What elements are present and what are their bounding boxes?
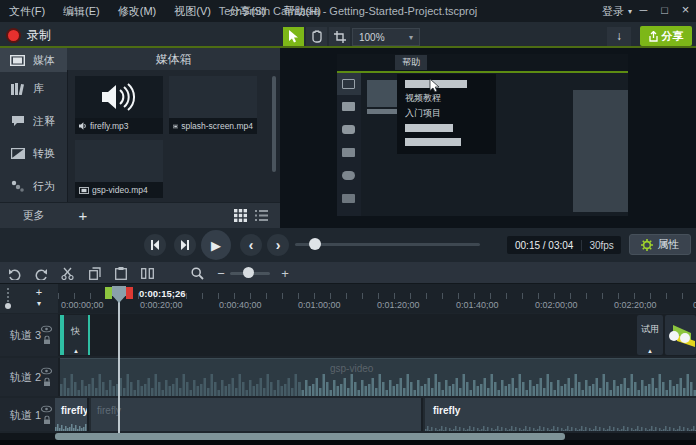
add-track-button[interactable]: + — [30, 286, 48, 298]
track3-clip-selected[interactable]: 快 ▲ — [60, 315, 90, 355]
media-item-firefly[interactable]: firefly.mp3 — [75, 76, 163, 134]
video-help-dropdown: 视频教程 入门项目 — [397, 74, 496, 154]
export-icon — [649, 31, 658, 42]
sidebar-item-media[interactable]: 媒体 — [0, 48, 67, 72]
track2-header[interactable]: 轨道 2 — [0, 358, 58, 396]
canvas-zoom-select[interactable]: 100% ▾ — [352, 28, 420, 46]
window-controls: ─ □ × — [633, 0, 696, 22]
timeline-zoom-handle[interactable] — [243, 267, 254, 278]
speaker-icon — [102, 83, 136, 111]
split-button[interactable] — [136, 265, 158, 282]
crop-tool-button[interactable] — [329, 27, 350, 46]
track3-clip-callouts[interactable] — [665, 315, 696, 355]
cut-button[interactable] — [56, 265, 78, 282]
zoom-out-button[interactable]: − — [210, 265, 232, 282]
scrubber-handle[interactable] — [309, 238, 321, 250]
more-button[interactable]: 更多 — [0, 208, 67, 223]
minimize-button[interactable]: ─ — [633, 0, 654, 22]
track-height-slider[interactable] — [7, 288, 9, 302]
step-back-icon — [150, 240, 160, 250]
close-button[interactable]: × — [675, 0, 696, 22]
ruler-label: 0:02:00;00 — [535, 300, 578, 310]
track1-clip-firefly-a[interactable]: firefly — [55, 398, 87, 431]
video-menu-item: 入门项目 — [405, 107, 441, 120]
cursor-icon — [288, 30, 299, 43]
maximize-button[interactable]: □ — [654, 0, 675, 22]
audio-waveform — [60, 366, 696, 396]
media-bin-scrollbar[interactable] — [272, 76, 276, 172]
copy-icon — [89, 267, 101, 280]
window-bottom-edge — [0, 440, 696, 445]
lock-icon[interactable] — [43, 378, 51, 387]
track1-header[interactable]: 轨道 1 — [0, 398, 58, 431]
play-button[interactable]: ▶ — [201, 230, 231, 260]
media-item-splash-screen[interactable]: splash-screen.mp4 — [169, 76, 257, 134]
track2-clip-gsp-video[interactable]: gsp-video — [60, 358, 696, 396]
share-button[interactable]: 分享 — [640, 26, 692, 46]
sidebar-item-transitions[interactable]: 转换 — [0, 137, 67, 170]
library-icon — [9, 83, 26, 95]
visibility-eye-icon[interactable] — [41, 326, 52, 333]
track1-clip-firefly-b[interactable]: firefly — [89, 398, 421, 431]
list-view-icon[interactable] — [255, 209, 268, 222]
step-back-button[interactable] — [144, 234, 166, 256]
track3-clip-trial[interactable]: 试用 ▲ — [637, 315, 663, 355]
step-forward-icon — [180, 240, 190, 250]
track-options-button[interactable]: ▾ — [30, 299, 48, 311]
grid-view-icon[interactable] — [234, 209, 247, 222]
playhead-line[interactable] — [118, 300, 120, 433]
track-height-handle[interactable] — [5, 303, 11, 309]
menu-edit[interactable]: 编辑(E) — [54, 0, 109, 22]
window-title: TechSmith Camtasia - Getting-Started-Pro… — [160, 0, 536, 22]
track3-lane[interactable]: 快 ▲ 试用 ▲ — [58, 314, 696, 356]
prev-icon: ‹ — [249, 237, 254, 253]
track1-clip-firefly-c[interactable]: firefly — [423, 398, 696, 431]
panel-bottom-bar: 更多 + — [0, 202, 280, 228]
caret-down-icon: ▾ — [409, 33, 413, 42]
timeline-hscroll-thumb[interactable] — [55, 433, 565, 440]
preview-scrubber[interactable] — [295, 243, 480, 246]
add-media-button[interactable]: + — [73, 206, 93, 226]
track2-lane[interactable]: gsp-video — [58, 358, 696, 396]
track3-header[interactable]: 轨道 3 — [0, 314, 58, 356]
preview-video-frame[interactable]: 帮助 视频教程 入门项目 — [337, 54, 628, 216]
mini-library-icon — [342, 102, 355, 111]
zoom-in-button[interactable]: + — [274, 265, 296, 282]
preview-canvas: 帮助 视频教程 入门项目 — [280, 48, 696, 228]
redo-button[interactable] — [30, 265, 52, 282]
signin-button[interactable]: 登录 ▾ — [602, 0, 632, 22]
track1-lane[interactable]: firefly firefly firefly — [58, 398, 696, 431]
video-right-panel — [573, 90, 628, 212]
menu-modify[interactable]: 修改(M) — [109, 0, 166, 22]
step-forward-button[interactable] — [174, 234, 196, 256]
selection-in-handle[interactable] — [105, 287, 112, 299]
ruler-label: 0:00:40;00 — [219, 300, 262, 310]
paste-button[interactable] — [110, 265, 132, 282]
properties-button[interactable]: 属性 — [629, 234, 691, 255]
cursor-tool-button[interactable] — [283, 27, 304, 46]
copy-button[interactable] — [84, 265, 106, 282]
mini-behaviors-icon — [342, 171, 355, 180]
pan-tool-button[interactable] — [306, 27, 327, 46]
download-button[interactable]: ↓ — [607, 27, 631, 46]
lock-icon[interactable] — [43, 415, 51, 424]
lock-icon[interactable] — [43, 336, 51, 345]
video-file-icon — [173, 123, 178, 130]
visibility-eye-icon[interactable] — [41, 405, 52, 412]
callout-preview-icon — [665, 315, 696, 355]
record-button[interactable]: 录制 — [6, 25, 51, 45]
sidebar-item-library[interactable]: 库 — [0, 72, 67, 105]
fps-badge: 30fps — [581, 240, 620, 251]
previous-button[interactable]: ‹ — [240, 234, 262, 256]
undo-button[interactable] — [4, 265, 26, 282]
timeline-zoom-search[interactable] — [186, 265, 208, 282]
visibility-eye-icon[interactable] — [41, 368, 52, 375]
selection-out-handle[interactable] — [126, 287, 133, 299]
menu-file[interactable]: 文件(F) — [0, 0, 54, 22]
video-file-icon — [79, 187, 89, 194]
sidebar-item-behaviors[interactable]: 行为 — [0, 170, 67, 202]
sidebar-item-annotations[interactable]: 注释 — [0, 105, 67, 137]
media-item-name: gsp-video.mp4 — [92, 185, 148, 195]
media-item-gsp-video[interactable]: gsp-video.mp4 — [75, 140, 163, 198]
next-button[interactable]: › — [267, 234, 289, 256]
